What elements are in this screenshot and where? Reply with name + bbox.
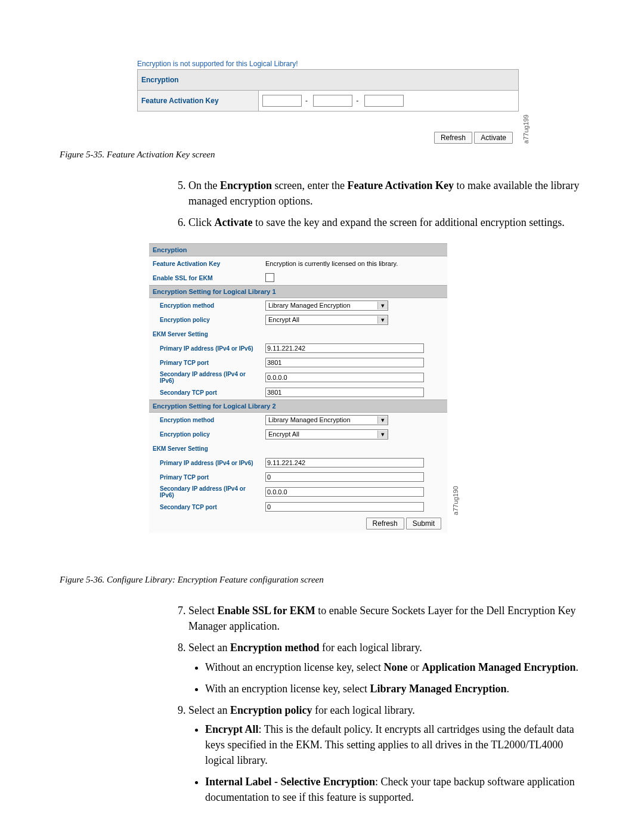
fak-input-3[interactable] bbox=[364, 95, 404, 107]
lib2-secondary-ip-input[interactable] bbox=[265, 487, 424, 497]
lib1-primary-ip-input[interactable] bbox=[265, 343, 424, 353]
fak-status: Encryption is currently licensed on this… bbox=[262, 256, 447, 271]
lib2-secondary-port-label: Secondary TCP port bbox=[149, 500, 262, 514]
lib2-primary-port-label: Primary TCP port bbox=[149, 470, 262, 484]
fak-label: Feature Activation Key bbox=[138, 91, 259, 112]
lib2-policy-label: Encryption policy bbox=[149, 427, 262, 441]
dropdown-arrow-icon: ▾ bbox=[377, 431, 388, 438]
refresh-button[interactable]: Refresh bbox=[434, 132, 472, 144]
lib1-ekm-label: EKM Server Setting bbox=[149, 327, 262, 341]
lib2-secondary-port-input[interactable] bbox=[265, 502, 424, 512]
lib2-method-select[interactable]: Library Managed Encryption▾ bbox=[265, 415, 388, 425]
lib1-policy-label: Encryption policy bbox=[149, 312, 262, 327]
dropdown-arrow-icon: ▾ bbox=[377, 302, 388, 309]
feature-activation-key-screenshot: Encryption is not supported for this Log… bbox=[137, 60, 519, 144]
step-9-bullet-2: Internal Label - Selective Encryption: C… bbox=[205, 774, 584, 805]
encryption-header: Encryption bbox=[138, 70, 519, 91]
step-9-bullet-1: Encrypt All: This is the default policy.… bbox=[205, 721, 584, 768]
encryption-header2: Encryption bbox=[149, 244, 447, 256]
lib1-secondary-ip-label: Secondary IP address (IPv4 or IPv6) bbox=[149, 370, 262, 385]
lib1-primary-ip-label: Primary IP address (IPv4 or IPv6) bbox=[149, 341, 262, 355]
lib2-primary-port-input[interactable] bbox=[265, 472, 424, 482]
dropdown-arrow-icon: ▾ bbox=[377, 316, 388, 324]
lib1-header: Encryption Setting for Logical Library 1 bbox=[149, 286, 447, 298]
step-8: Select an Encryption method for each log… bbox=[188, 640, 584, 696]
fak-fields: - - bbox=[259, 91, 519, 112]
lib2-primary-ip-input[interactable] bbox=[265, 458, 424, 467]
fak-input-2[interactable] bbox=[313, 95, 352, 107]
lib2-primary-ip-label: Primary IP address (IPv4 or IPv6) bbox=[149, 456, 262, 470]
figure-caption-5-35: Figure 5-35. Feature Activation Key scre… bbox=[60, 150, 584, 160]
step-6: Click Activate to save the key and expan… bbox=[188, 215, 584, 230]
lib2-method-label: Encryption method bbox=[149, 413, 262, 428]
activate-button[interactable]: Activate bbox=[474, 132, 513, 144]
image-code-2: a77ug190 bbox=[452, 486, 459, 515]
step-8-bullet-2: With an encryption license key, select L… bbox=[205, 681, 584, 696]
lib1-method-select[interactable]: Library Managed Encryption▾ bbox=[265, 301, 388, 311]
lib1-method-label: Encryption method bbox=[149, 298, 262, 313]
step-8-bullet-1: Without an encryption license key, selec… bbox=[205, 659, 584, 675]
lib1-primary-port-label: Primary TCP port bbox=[149, 355, 262, 370]
ssl-label: Enable SSL for EKM bbox=[149, 271, 262, 286]
lib2-secondary-ip-label: Secondary IP address (IPv4 or IPv6) bbox=[149, 484, 262, 500]
submit-button[interactable]: Submit bbox=[406, 518, 441, 529]
step-5: On the Encryption screen, enter the Feat… bbox=[188, 178, 584, 209]
lib1-primary-port-input[interactable] bbox=[265, 358, 424, 367]
warn-text: Encryption is not supported for this Log… bbox=[137, 60, 519, 68]
step-7: Select Enable SSL for EKM to enable Secu… bbox=[188, 603, 584, 634]
step-9: Select an Encryption policy for each log… bbox=[188, 702, 584, 806]
lib1-policy-select[interactable]: Encrypt All▾ bbox=[265, 315, 388, 325]
refresh-button-2[interactable]: Refresh bbox=[366, 518, 404, 529]
lib2-ekm-label: EKM Server Setting bbox=[149, 441, 262, 456]
figure-caption-5-36: Figure 5-36. Configure Library: Encrypti… bbox=[60, 575, 584, 585]
lib2-policy-select[interactable]: Encrypt All▾ bbox=[265, 429, 388, 439]
lib2-header: Encryption Setting for Logical Library 2 bbox=[149, 400, 447, 413]
lib1-secondary-port-label: Secondary TCP port bbox=[149, 385, 262, 400]
encryption-config-screenshot: Encryption Feature Activation Key Encryp… bbox=[149, 243, 447, 533]
dropdown-arrow-icon: ▾ bbox=[377, 416, 388, 424]
fak-label2: Feature Activation Key bbox=[149, 256, 262, 271]
image-code: a77ug199 bbox=[522, 114, 530, 144]
lib1-secondary-port-input[interactable] bbox=[265, 388, 424, 397]
lib1-secondary-ip-input[interactable] bbox=[265, 373, 424, 382]
ssl-checkbox[interactable] bbox=[265, 273, 274, 282]
fak-input-1[interactable] bbox=[262, 95, 302, 107]
